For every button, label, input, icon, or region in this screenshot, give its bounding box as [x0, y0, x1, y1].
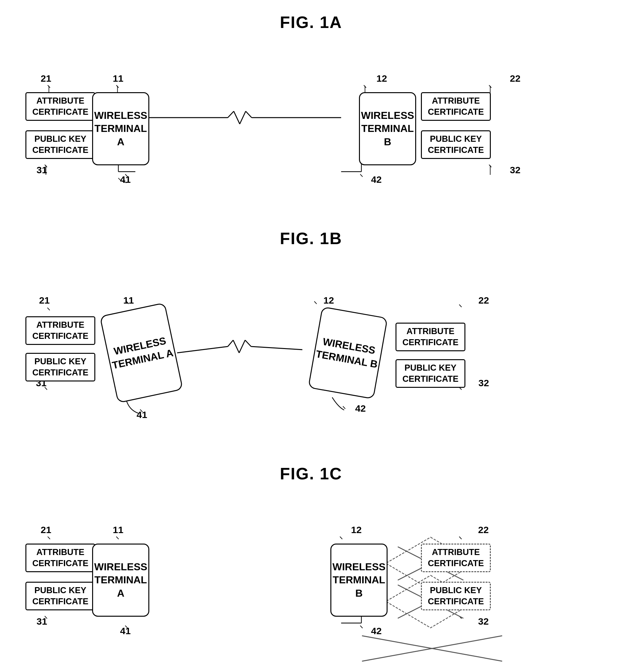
ref-31-1a: 31: [37, 165, 47, 175]
terminal-a-1a: WIRELESSTERMINAL A: [92, 92, 149, 165]
svg-line-45: [343, 406, 345, 409]
svg-line-2: [234, 111, 240, 124]
ref-11-1c: 11: [113, 524, 123, 535]
ref-41-1c: 41: [120, 626, 131, 636]
svg-line-28: [177, 347, 228, 353]
page: FIG. 1A: [0, 0, 622, 672]
ref-22-1c: 22: [478, 524, 489, 535]
ref-12-1c: 12: [351, 524, 361, 535]
svg-line-3: [240, 111, 246, 124]
svg-line-20: [48, 85, 50, 88]
pub-key-left-1b: PUBLIC KEYCERTIFICATE: [26, 353, 95, 381]
attr-cert-right-1c: ATTRIBUTECERTIFICATE: [421, 544, 491, 572]
svg-line-65: [362, 636, 502, 661]
ref-31-1c: 31: [37, 616, 47, 627]
attr-cert-left-1c: ATTRIBUTECERTIFICATE: [26, 544, 95, 572]
attr-cert-left-1b: ATTRIBUTECERTIFICATE: [26, 316, 95, 345]
ref-32-1c: 32: [478, 616, 489, 627]
pub-key-right-1b: PUBLIC KEYCERTIFICATE: [395, 359, 465, 388]
svg-line-52: [116, 537, 119, 539]
svg-line-25: [489, 165, 491, 167]
fig1c-diagram: 21 11 12 22 31 32 41 42 ATTRIBUTECERTIFI…: [19, 496, 603, 672]
terminal-b-1a: WIRELESSTERMINAL B: [359, 92, 416, 165]
ref-22-1a: 22: [510, 73, 520, 84]
svg-line-42: [459, 305, 462, 307]
pub-key-left-1c: PUBLIC KEYCERTIFICATE: [26, 582, 95, 610]
ref-11-1a: 11: [113, 73, 123, 84]
terminal-b-1b: WIRELESSTERMINAL B: [308, 307, 388, 399]
svg-line-33: [251, 347, 302, 350]
svg-line-4: [246, 111, 252, 118]
fig1b-title: FIG. 1B: [19, 229, 603, 248]
ref-21-1b: 21: [39, 295, 49, 306]
ref-42-1b: 42: [355, 403, 366, 414]
svg-line-50: [48, 537, 50, 539]
svg-line-27: [360, 174, 363, 177]
svg-line-1: [228, 111, 234, 118]
svg-line-30: [233, 340, 239, 353]
svg-line-64: [362, 636, 502, 661]
attr-cert-right-1b: ATTRIBUTECERTIFICATE: [395, 323, 465, 351]
ref-32-1b: 32: [478, 378, 489, 388]
terminal-a-1b: WIRELESSTERMINAL A: [99, 302, 183, 404]
ref-22-1b: 22: [478, 295, 489, 306]
svg-line-29: [228, 340, 233, 347]
svg-line-55: [459, 616, 462, 618]
attr-cert-right-1a: ATTRIBUTECERTIFICATE: [421, 92, 491, 121]
svg-line-24: [489, 85, 491, 88]
fig1c-title: FIG. 1C: [19, 464, 603, 483]
svg-line-41: [314, 301, 317, 304]
ref-12-1b: 12: [323, 295, 334, 306]
terminal-a-1c: WIRELESSTERMINAL A: [92, 544, 149, 617]
svg-line-32: [245, 340, 251, 347]
pub-key-right-1a: PUBLIC KEYCERTIFICATE: [421, 130, 491, 159]
pub-key-right-1c: PUBLIC KEYCERTIFICATE: [421, 582, 491, 610]
ref-32-1a: 32: [510, 165, 520, 175]
ref-41-1b: 41: [137, 409, 147, 420]
pub-key-left-1a: PUBLIC KEYCERTIFICATE: [26, 130, 95, 159]
ref-11-1b: 11: [123, 295, 134, 306]
ref-42-1c: 42: [371, 626, 382, 636]
attr-cert-left-1a: ATTRIBUTECERTIFICATE: [26, 92, 95, 121]
ref-12-1a: 12: [376, 73, 387, 84]
ref-21-1c: 21: [41, 524, 51, 535]
svg-line-38: [47, 308, 50, 310]
svg-line-31: [239, 340, 245, 353]
fig1b-diagram: 21 11 12 22 31 32 41 42 ATTRIBUTECERTIFI…: [19, 261, 603, 445]
svg-line-54: [459, 537, 462, 539]
svg-line-22: [116, 85, 119, 88]
ref-42-1a: 42: [371, 174, 382, 185]
ref-41-1a: 41: [120, 174, 131, 185]
terminal-b-1c: WIRELESSTERMINAL B: [331, 544, 387, 617]
ref-21-1a: 21: [41, 73, 51, 84]
fig1a-title: FIG. 1A: [19, 13, 603, 32]
svg-line-53: [340, 537, 342, 539]
fig1a-diagram: 21 11 12 22 31 32 41 42 ATTRIBUTECERTIFI…: [19, 44, 603, 210]
svg-line-56: [360, 626, 363, 628]
svg-line-23: [364, 85, 366, 88]
